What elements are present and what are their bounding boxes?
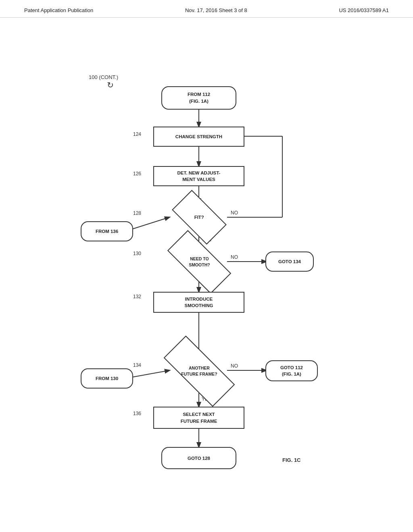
change-strength-label: CHANGE STRENGTH	[175, 134, 222, 139]
step-label-126: 126	[133, 171, 141, 177]
node-from136: FROM 136	[81, 221, 133, 241]
svg-text:NO: NO	[231, 210, 238, 216]
node-change-strength: CHANGE STRENGTH	[153, 127, 244, 147]
node-det-new: DET. NEW ADJUST-MENT VALUES	[153, 166, 244, 186]
header-right: US 2016/0337589 A1	[339, 7, 389, 13]
step-label-134: 134	[133, 362, 141, 368]
node-goto112: GOTO 112(FIG. 1A)	[265, 360, 318, 381]
svg-text:NO: NO	[231, 363, 238, 369]
header-middle: Nov. 17, 2016 Sheet 3 of 8	[185, 7, 247, 13]
node-from130: FROM 130	[81, 368, 133, 389]
node-select-next-frame: SELECT NEXTFUTURE FRAME	[153, 407, 244, 429]
step-label-128: 128	[133, 210, 141, 216]
svg-text:NO: NO	[231, 254, 238, 260]
cont-label: 100 (CONT.)	[89, 74, 118, 80]
cont-arrow: ↺	[107, 80, 114, 90]
node-from112: FROM 112(FIG. 1A)	[161, 86, 236, 110]
header-left: Patent Application Publication	[24, 7, 93, 13]
step-label-124: 124	[133, 131, 141, 137]
node-introduce-smoothing: INTRODUCESMOOTHING	[153, 292, 244, 313]
page-header: Patent Application Publication Nov. 17, …	[0, 0, 413, 18]
step-label-136: 136	[133, 411, 141, 416]
node-fit: FIT?	[172, 190, 227, 245]
fig-label: FIG. 1C	[282, 457, 301, 463]
node-goto134: GOTO 134	[265, 251, 314, 272]
node-goto128: GOTO 128	[161, 447, 236, 469]
node-another-future-frame: ANOTHERFUTURE FRAME?	[164, 336, 235, 407]
node-need-smooth: NEED TOSMOOTH?	[167, 230, 231, 294]
step-label-130: 130	[133, 251, 141, 256]
diagram-area: YES NO YES NO YES NO 100 (CONT.) ↺ FROM	[0, 18, 413, 517]
step-label-132: 132	[133, 294, 141, 299]
